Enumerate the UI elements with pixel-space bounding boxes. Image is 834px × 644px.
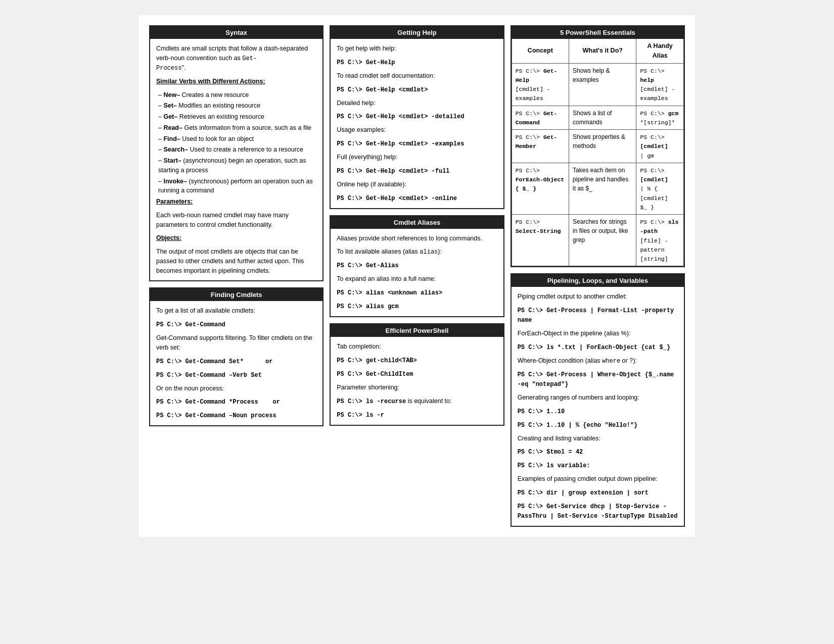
pipe-desc-3: Where-Object condition (alias where or ?… (518, 356, 678, 366)
pipelining-body: Piping cmdlet output to another cmdlet: … (512, 287, 684, 526)
row4-concept: PS C:\> ForEach-Object { $_ } (512, 163, 569, 214)
row3-concept: PS C:\> Get-Member (512, 130, 569, 163)
row1-alias: PS C:\> help[cmdlet] -examples (636, 63, 684, 106)
syntax-card: Syntax Cmdlets are small scripts that fo… (149, 25, 323, 281)
help-item-4-code: PS C:\> Get-Help <cmdlet> -examples (337, 139, 497, 148)
finding-cmdlets-body: To get a list of all available cmdlets: … (150, 301, 322, 425)
pipe-code-3: PS C:\> Get-Process | Where-Object {$_.n… (518, 370, 678, 389)
pipelining-header: Pipelining, Loops, and Variables (512, 274, 684, 287)
help-item-6-code: PS C:\> Get-Help <cmdlet> -online (337, 193, 497, 203)
five-essentials-card: 5 PowerShell Essentials Concept What's i… (511, 25, 685, 267)
efficient-powershell-body: Tab completion: PS C:\> get-child<TAB> P… (331, 337, 503, 425)
col-whatsitdo: What's it Do? (569, 39, 636, 63)
finding-cmdlets-card: Finding Cmdlets To get a list of all ava… (149, 287, 323, 426)
table-row: PS C:\> Get-Member Shows properties & me… (512, 130, 683, 163)
finding-cmdlets-header: Finding Cmdlets (150, 288, 322, 301)
aliases-desc-3: To expand an alias into a full name: (337, 274, 497, 284)
efficient-desc-1: Tab completion: (337, 342, 497, 352)
finding-desc-1: To get a list of all available cmdlets: (156, 306, 316, 316)
main-grid: Syntax Cmdlets are small scripts that fo… (149, 25, 685, 527)
pipe-code-6b: PS C:\> Get-Service dhcp | Stop-Service … (518, 502, 678, 521)
row1-concept: PS C:\> Get-Help[cmdlet] -examples (512, 63, 569, 106)
alias-inline-1: alias (420, 249, 438, 256)
pipe-desc-5: Creating and listing variables: (518, 434, 678, 443)
syntax-header: Syntax (150, 26, 322, 39)
column-3: 5 PowerShell Essentials Concept What's i… (511, 25, 685, 527)
essentials-table: Concept What's it Do? A Handy Alias PS C… (512, 39, 684, 266)
column-2: Getting Help To get help with help: PS C… (330, 25, 504, 426)
cmdlet-aliases-header: Cmdlet Aliases (331, 216, 503, 229)
help-item-3-desc: Detailed help: (337, 98, 497, 108)
five-essentials-header: 5 PowerShell Essentials (512, 26, 684, 39)
help-item-2-desc: To read cmdlet self documentation: (337, 71, 497, 81)
finding-code-1: PS C:\> Get-Command (156, 320, 316, 329)
pipe-code-4a: PS C:\> 1..10 (518, 407, 678, 416)
efficient-powershell-card: Efficient PowerShell Tab completion: PS … (330, 323, 504, 426)
question-inline: ? (629, 358, 633, 365)
help-item-5-desc: Full (everything) help: (337, 153, 497, 162)
row5-alias: PS C:\> sls -path[file] -pattern[string] (636, 215, 684, 266)
verb-get: Get– Retrieves an existing resource (158, 112, 316, 122)
pipe-desc-1: Piping cmdlet output to another cmdlet: (518, 292, 678, 302)
finding-code-3b: PS C:\> Get-Command –Noun process (156, 411, 316, 420)
help-item-2-code: PS C:\> Get-Help <cmdlet> (337, 85, 497, 94)
help-item-6-desc: Online help (if available): (337, 180, 497, 189)
efficient-desc-2: Parameter shortening: (337, 383, 497, 392)
row4-alias: PS C:\> [cmdlet]| % { [cmdlet]$_ } (636, 163, 684, 214)
verb-invoke: Invoke– (synchronous) perform an operati… (158, 177, 316, 196)
verb-start: Start– (asynchronous) begin an operation… (158, 156, 316, 175)
getting-help-body: To get help with help: PS C:\> Get-Help … (331, 39, 503, 208)
pipe-desc-6: Examples of passing cmdlet output down p… (518, 474, 678, 484)
syntax-intro-code: Get- (242, 55, 257, 62)
aliases-code-3a: PS C:\> alias <unknown alias> (337, 288, 497, 298)
where-inline: where (602, 358, 620, 365)
row1-desc: Shows help & examples (569, 63, 636, 106)
finding-code-2b: PS C:\> Get-Command –Verb Set (156, 370, 316, 380)
syntax-intro: Cmdlets are small scripts that follow a … (156, 44, 316, 73)
verb-set: Set– Modifies an existing resource (158, 101, 316, 111)
cmdlet-aliases-card: Cmdlet Aliases Aliases provide short ref… (330, 215, 504, 318)
params-desc: Each verb-noun named cmdlet may have man… (156, 211, 316, 230)
verb-read: Read– Gets information from a source, su… (158, 123, 316, 133)
objects-label: Objects: (156, 233, 316, 243)
finding-desc-2: Get-Command supports filtering. To filte… (156, 333, 316, 353)
help-item-3-code: PS C:\> Get-Help <cmdlet> -detailed (337, 112, 497, 121)
page: Syntax Cmdlets are small scripts that fo… (139, 15, 695, 537)
efficient-code-1b: PS C:\> Get-ChildItem (337, 369, 497, 379)
finding-code-3a: PS C:\> Get-Command *Process or (156, 397, 316, 407)
verbs-list: New– Creates a new resource Set– Modifie… (156, 90, 316, 196)
aliases-desc-1: Aliases provide short references to long… (337, 234, 497, 243)
pipe-desc-2: ForEach-Object in the pipeline (alias %)… (518, 329, 678, 338)
pipe-code-5b: PS C:\> ls variable: (518, 461, 678, 470)
verb-search: Search– Used to create a reference to a … (158, 145, 316, 155)
similar-verbs-label: Similar Verbs with Different Actions: (156, 77, 316, 86)
params-label: Parameters: (156, 197, 316, 207)
row5-concept: PS C:\> Select-String (512, 215, 569, 266)
help-item-1-desc: To get help with help: (337, 44, 497, 54)
finding-code-2a: PS C:\> Get-Command Set* or (156, 357, 316, 366)
table-row: PS C:\> ForEach-Object { $_ } Takes each… (512, 163, 683, 214)
efficient-code-2b: PS C:\> ls -r (337, 410, 497, 420)
verb-new: New– Creates a new resource (158, 90, 316, 100)
getting-help-header: Getting Help (331, 26, 503, 39)
row3-desc: Shows properties & methods (569, 130, 636, 163)
pipe-desc-4: Generating ranges of numbers and looping… (518, 393, 678, 403)
row2-concept: PS C:\> Get-Command (512, 106, 569, 130)
aliases-code-3b: PS C:\> alias gcm (337, 302, 497, 311)
row2-desc: Shows a list of commands (569, 106, 636, 130)
pipe-code-1: PS C:\> Get-Process | Format-List -prope… (518, 306, 678, 325)
syntax-body: Cmdlets are small scripts that follow a … (150, 39, 322, 280)
five-essentials-body: Concept What's it Do? A Handy Alias PS C… (512, 39, 684, 266)
pipe-code-5a: PS C:\> $tmol = 42 (518, 447, 678, 457)
row2-alias: PS C:\> gcm*[string]* (636, 106, 684, 130)
cmdlet-aliases-body: Aliases provide short references to long… (331, 229, 503, 317)
column-1: Syntax Cmdlets are small scripts that fo… (149, 25, 323, 426)
table-row: PS C:\> Get-Command Shows a list of comm… (512, 106, 683, 130)
col-alias: A Handy Alias (636, 39, 684, 63)
pipe-code-6a: PS C:\> dir | group extension | sort (518, 488, 678, 498)
efficient-code-2a: PS C:\> ls -recurse is equivalent to: (337, 397, 497, 406)
help-item-5-code: PS C:\> Get-Help <cmdlet> -full (337, 166, 497, 176)
row3-alias: PS C:\> [cmdlet]| gm (636, 130, 684, 163)
finding-desc-3: Or on the noun process: (156, 384, 316, 393)
objects-desc: The output of most cmdlets are objects t… (156, 247, 316, 275)
